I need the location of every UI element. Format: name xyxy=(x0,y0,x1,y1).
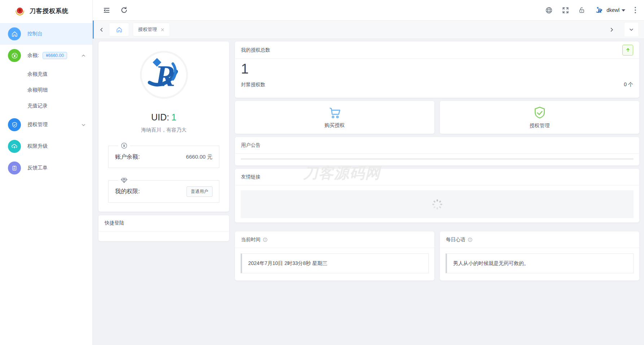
buy-auth-card[interactable]: 购买授权 xyxy=(235,101,434,134)
page: 刀客授权系统 控制台 余额: ¥6660.00 余额充值 余额明细 xyxy=(0,0,644,345)
current-time-title: 当前时间 xyxy=(241,236,260,243)
banned-auth-value: 0 个 xyxy=(624,81,633,88)
announcement-title: 用户公告 xyxy=(241,142,260,149)
content: 刀客源码网 R UID:1 海纳百川，有容乃大 账户余额: xyxy=(93,39,644,345)
profile-avatar: R xyxy=(142,53,186,97)
banned-auth-label: 封禁授权数 xyxy=(241,81,266,88)
tab-close-icon[interactable] xyxy=(161,28,165,32)
diamond-icon xyxy=(118,177,130,184)
sidebar-item-console[interactable]: 控制台 xyxy=(0,23,92,45)
sidebar-item-label: 余额: xyxy=(27,52,39,59)
balance-badge: ¥6660.00 xyxy=(43,52,67,59)
total-auth-label: 我的授权总数 xyxy=(241,47,270,53)
username: dkewl xyxy=(606,7,619,13)
uid-value: 1 xyxy=(171,112,176,122)
clipboard-icon xyxy=(8,162,21,174)
cart-icon xyxy=(328,106,342,119)
app-logo-icon xyxy=(14,5,25,16)
fullscreen-icon[interactable] xyxy=(562,7,569,14)
collapse-menu-icon[interactable] xyxy=(103,6,110,14)
daily-quote-value: 男人从小的时候就是无药可救的。 xyxy=(446,253,634,273)
chevron-down-icon xyxy=(81,123,86,127)
permission-button[interactable]: 普通用户 xyxy=(187,186,213,197)
sidebar-menu: 控制台 余额: ¥6660.00 余额充值 余额明细 充值记录 授权管理 xyxy=(0,22,92,179)
main-area: R dkewl 授权管理 xyxy=(93,0,644,345)
tab-auth-manage[interactable]: 授权管理 xyxy=(133,23,170,36)
shield-check-icon xyxy=(8,118,21,131)
announcement-skeleton xyxy=(241,158,634,160)
caret-down-icon xyxy=(622,9,625,12)
quick-login-title: 快捷登陆 xyxy=(105,220,124,226)
profile-card: R UID:1 海纳百川，有容乃大 账户余额: 6660.00 元 xyxy=(98,41,229,212)
top-header: R dkewl xyxy=(93,0,644,21)
loading-spinner-icon xyxy=(432,199,442,209)
sidebar-item-label: 权限升级 xyxy=(27,143,48,150)
friend-links-title: 友情链接 xyxy=(241,174,260,180)
tab-label: 授权管理 xyxy=(138,26,157,33)
friend-links-card: 友情链接 xyxy=(235,169,639,222)
tabs-scroll-right-icon[interactable] xyxy=(604,27,619,32)
daily-quote-title: 每日心语 xyxy=(446,236,465,243)
lock-icon[interactable] xyxy=(578,7,585,14)
app-title: 刀客授权系统 xyxy=(30,7,69,15)
sidebar-item-label: 反馈工单 xyxy=(27,165,48,171)
quick-login-card: 快捷登陆 xyxy=(98,215,229,241)
sidebar-item-auth-manage[interactable]: 授权管理 xyxy=(0,114,92,136)
sidebar-item-label: 授权管理 xyxy=(27,121,48,128)
sidebar-subitem-recharge-record[interactable]: 充值记录 xyxy=(0,98,92,114)
sidebar-item-upgrade[interactable]: 权限升级 xyxy=(0,136,92,157)
tabs-scroll-left-icon[interactable] xyxy=(94,27,109,32)
sidebar-subitem-balance-detail[interactable]: 余额明细 xyxy=(0,82,92,98)
yen-circle-icon xyxy=(8,49,21,62)
profile-motto: 海纳百川，有容乃大 xyxy=(141,127,187,133)
daily-quote-card: 每日心语 男人从小的时候就是无药可救的。 xyxy=(440,231,639,280)
tab-home[interactable] xyxy=(109,23,129,36)
friend-links-loading-panel xyxy=(241,190,634,218)
balance-fieldset: 账户余额: 6660.00 元 xyxy=(108,146,219,168)
home-icon xyxy=(8,27,21,40)
user-avatar: R xyxy=(595,5,604,15)
announcement-card: 用户公告 xyxy=(235,137,639,165)
shield-check-green-icon xyxy=(533,106,547,120)
info-icon xyxy=(468,237,473,242)
info-icon xyxy=(263,237,268,242)
permission-fieldset: 我的权限: 普通用户 xyxy=(108,180,219,203)
tab-bar: 授权管理 xyxy=(93,21,644,39)
chevron-up-icon xyxy=(81,53,86,58)
refresh-icon[interactable] xyxy=(121,6,128,14)
sidebar-subitem-recharge[interactable]: 余额充值 xyxy=(0,66,92,82)
balance-label: 账户余额: xyxy=(115,153,140,161)
more-kebab-icon[interactable] xyxy=(635,7,636,13)
cloud-up-icon xyxy=(8,140,21,153)
sidebar-item-feedback[interactable]: 反馈工单 xyxy=(0,157,92,179)
language-globe-icon[interactable] xyxy=(545,6,553,14)
total-auth-value: 1 xyxy=(241,61,633,78)
current-time-value: 2024年7月10日 2时33分8秒 星期三 xyxy=(241,253,429,273)
trend-up-icon xyxy=(622,45,633,56)
buy-auth-label: 购买授权 xyxy=(325,122,345,129)
sidebar-item-balance[interactable]: 余额: ¥6660.00 xyxy=(0,45,92,66)
sidebar: 刀客授权系统 控制台 余额: ¥6660.00 余额充值 余额明细 xyxy=(0,0,93,345)
user-menu[interactable]: R dkewl xyxy=(595,5,625,15)
current-time-card: 当前时间 2024年7月10日 2时33分8秒 星期三 xyxy=(235,231,434,280)
stats-card: 我的授权总数 1 封禁授权数 0 个 xyxy=(235,41,639,98)
balance-value: 6660.00 元 xyxy=(186,154,213,160)
yen-outline-icon xyxy=(118,142,130,149)
app-logo: 刀客授权系统 xyxy=(0,0,92,22)
tabs-actions-dropdown[interactable] xyxy=(625,23,638,36)
auth-manage-label: 授权管理 xyxy=(530,123,550,129)
uid-row: UID:1 xyxy=(151,112,176,123)
sidebar-item-label: 控制台 xyxy=(27,31,43,37)
permission-label: 我的权限: xyxy=(115,188,140,195)
home-tab-icon xyxy=(116,27,122,33)
uid-label: UID: xyxy=(151,112,169,122)
auth-manage-card[interactable]: 授权管理 xyxy=(440,101,639,134)
